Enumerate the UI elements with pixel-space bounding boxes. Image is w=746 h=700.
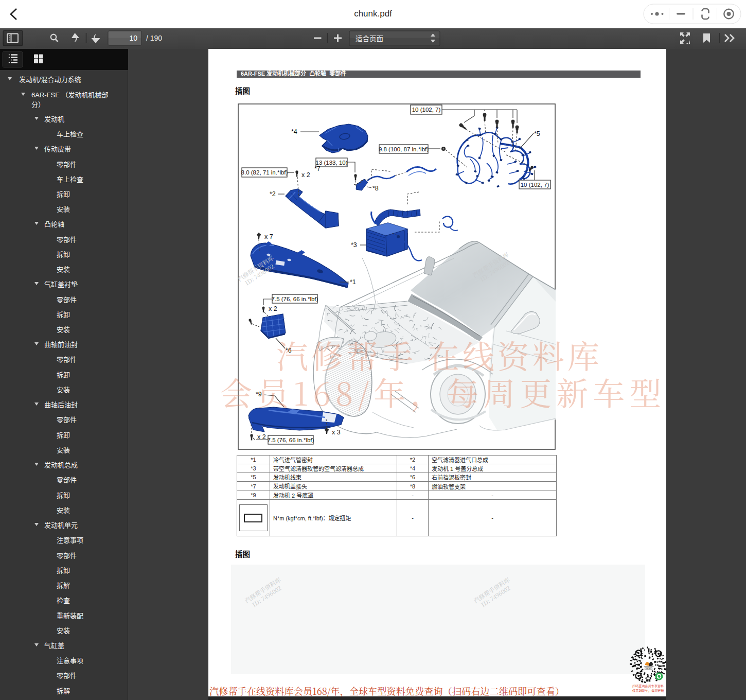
svg-text:/ 190: / 190	[146, 34, 162, 42]
svg-text:适合页面: 适合页面	[356, 35, 383, 43]
svg-text:仅需168/年，每周更新: 仅需168/年，每周更新	[632, 688, 664, 693]
svg-text:*1: *1	[350, 278, 356, 286]
svg-text:9.8 (100, 87 in.*lbf): 9.8 (100, 87 in.*lbf)	[379, 146, 429, 152]
svg-text:x 7: x 7	[264, 233, 273, 240]
svg-text:*2: *2	[270, 190, 276, 198]
svg-text:*7: *7	[314, 165, 321, 172]
svg-text:x 3: x 3	[332, 429, 341, 436]
svg-text:10 (102, 7): 10 (102, 7)	[412, 107, 441, 113]
svg-text:汽修帮手: 汽修帮手	[645, 667, 652, 670]
svg-text:x 2: x 2	[257, 433, 266, 441]
svg-text:13 (133, 10): 13 (133, 10)	[315, 160, 347, 166]
svg-text:x 2: x 2	[301, 171, 310, 179]
svg-text:7.5 (76, 66 in.*lbf): 7.5 (76, 66 in.*lbf)	[268, 437, 314, 443]
svg-text:*4: *4	[291, 128, 297, 135]
svg-text:10 (102, 7): 10 (102, 7)	[521, 182, 549, 188]
svg-text:x 2: x 2	[269, 305, 277, 312]
svg-text:*5: *5	[534, 130, 540, 137]
svg-text:8.0 (82, 71 in.*lbf): 8.0 (82, 71 in.*lbf)	[241, 169, 288, 176]
svg-text:7.5 (76, 66 in.*lbf): 7.5 (76, 66 in.*lbf)	[272, 296, 318, 302]
svg-text:10: 10	[129, 34, 137, 42]
svg-text:*3: *3	[351, 241, 357, 249]
svg-text:*8: *8	[372, 185, 379, 192]
